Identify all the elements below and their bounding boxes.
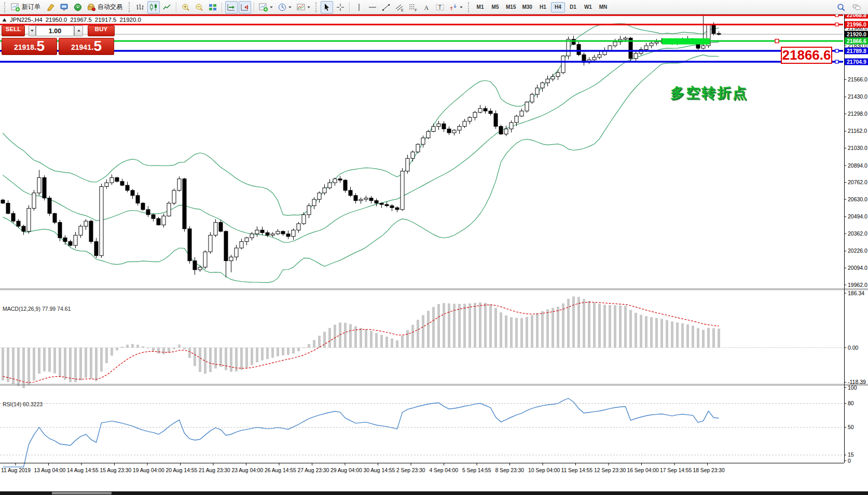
macd-histogram-bar (214, 348, 217, 368)
new-chart-dropdown-caret-icon[interactable] (269, 5, 273, 9)
new-order-button[interactable]: 新订单 (9, 1, 44, 13)
draw-text-button[interactable]: A (420, 1, 433, 13)
bull-candle (292, 230, 295, 236)
buy-price-int: 21941 (71, 40, 91, 54)
chart-canvas[interactable]: 22098.021966.021830.021566.021430.021298… (0, 0, 868, 480)
bull-candle (452, 130, 456, 133)
timeframe-mn-button[interactable]: MN (596, 2, 610, 12)
sell-price-display[interactable]: 21918 . 5 (2, 38, 57, 55)
macd-histogram-bar (437, 304, 440, 348)
draw-label-button[interactable]: T (434, 1, 446, 13)
timeframe-h4-button[interactable]: H4 (551, 2, 565, 12)
draw-fibonacci-button[interactable]: F (407, 1, 419, 13)
line-anchor-marker[interactable] (835, 23, 838, 26)
rsi-title: RSI(14) (3, 401, 21, 407)
search-button[interactable] (835, 1, 847, 13)
macd-histogram-bar (422, 315, 424, 348)
profiles-button[interactable] (45, 1, 57, 13)
macd-histogram-bar (681, 323, 684, 348)
bull-candle (162, 216, 166, 225)
periods-dropdown-caret-icon[interactable] (288, 5, 292, 9)
sell-button[interactable]: SELL (2, 25, 25, 36)
timeframe-w1-button[interactable]: W1 (581, 2, 595, 12)
volume-input[interactable] (36, 25, 74, 36)
buy-button[interactable]: BUY (88, 25, 115, 36)
tile-windows-button[interactable] (206, 1, 219, 13)
toolbar-grip[interactable] (468, 2, 471, 12)
bull-candle (110, 177, 114, 183)
new-chart-button[interactable] (257, 1, 275, 13)
scrollbar-thumb[interactable] (52, 492, 112, 494)
candlestick-chart-button[interactable] (147, 1, 160, 13)
callout-anchor-marker[interactable] (775, 39, 779, 43)
cursor-button[interactable] (321, 1, 333, 13)
draw-arrows-button[interactable] (447, 1, 465, 13)
macd-histogram-bar (256, 348, 258, 362)
buy-price-display[interactable]: 21941 . 5 (59, 38, 114, 55)
periods-button[interactable] (276, 1, 294, 13)
time-axis[interactable]: 11 Aug 201913 Aug 04:0014 Aug 14:5515 Au… (1, 463, 725, 473)
rsi-pane[interactable] (0, 398, 843, 467)
horizontal-scrollbar[interactable] (0, 491, 868, 495)
chart-shift-button[interactable] (239, 1, 251, 13)
main-price-pane[interactable] (0, 12, 843, 283)
draw-arrows-dropdown-caret-icon[interactable] (459, 5, 463, 9)
macd-histogram-bar (116, 348, 118, 350)
toolbar-grip[interactable] (129, 2, 131, 12)
collapse-triangle-icon[interactable] (2, 18, 7, 22)
bear-candle (484, 108, 487, 111)
timeframe-m30-button[interactable]: M30 (519, 2, 534, 12)
bull-candle (598, 54, 601, 57)
bar-chart-button[interactable] (134, 1, 146, 13)
draw-vline-button[interactable] (353, 1, 365, 13)
draw-trendline-icon (381, 3, 391, 12)
price-axis[interactable]: 22098.021966.021830.021566.021430.021298… (844, 8, 868, 464)
bull-candle (271, 234, 274, 235)
navigator-button[interactable] (72, 1, 84, 13)
price-callout-box[interactable]: 21866.6 (781, 47, 832, 64)
price-label-21704.9: 21704.9 (847, 59, 866, 65)
macd-pane[interactable] (0, 296, 843, 388)
templates-dropdown-caret-icon[interactable] (307, 5, 311, 9)
bull-candle (426, 131, 430, 138)
timeframe-d1-button[interactable]: D1 (566, 2, 580, 12)
macd-histogram-bar (510, 317, 513, 348)
chat-button[interactable] (850, 1, 863, 13)
zoom-out-button[interactable] (193, 1, 205, 13)
bull-candle (240, 242, 243, 248)
macd-histogram-bar (282, 348, 284, 355)
zoom-in-button[interactable] (180, 1, 192, 13)
macd-histogram-bar (702, 330, 705, 348)
bull-candle (312, 199, 316, 205)
crosshair-button[interactable] (334, 1, 347, 13)
toolbar-grip[interactable] (315, 2, 318, 12)
templates-button[interactable] (295, 1, 312, 13)
market-watch-button[interactable] (58, 1, 71, 13)
timeframe-m5-button[interactable]: M5 (488, 2, 502, 12)
time-tick-label: 18 Sep 23:30 (693, 468, 725, 473)
line-anchor-marker[interactable] (835, 49, 838, 52)
bull-candle (530, 94, 534, 102)
bear-candle (354, 196, 357, 201)
timeframe-m1-button[interactable]: M1 (473, 2, 487, 12)
draw-hline-button[interactable] (366, 1, 379, 13)
bull-candle (27, 208, 31, 231)
sell-price-frac: 5 (36, 38, 45, 54)
draw-trendline-button[interactable] (380, 1, 392, 13)
toolbar-grip[interactable] (4, 2, 7, 12)
timeframe-m15-button[interactable]: M15 (503, 2, 518, 12)
bull-candle (105, 183, 108, 186)
macd-histogram-bar (562, 304, 564, 348)
line-chart-button[interactable] (161, 1, 173, 13)
price-tick-label: 21162.0 (848, 128, 867, 134)
autotrading-button[interactable]: 自动交易 (85, 1, 126, 13)
timeframe-h1-button[interactable]: H1 (536, 2, 550, 12)
volume-increase-button[interactable] (74, 25, 83, 36)
line-anchor-marker[interactable] (835, 60, 838, 63)
auto-scroll-button[interactable] (225, 1, 238, 13)
turning-point-annotation[interactable]: 多空转折点 (670, 84, 748, 102)
macd-histogram-bar (323, 332, 326, 348)
highlight-zone[interactable] (662, 38, 710, 45)
draw-channel-button[interactable]: E (393, 1, 406, 13)
volume-decrease-button[interactable] (29, 25, 36, 36)
